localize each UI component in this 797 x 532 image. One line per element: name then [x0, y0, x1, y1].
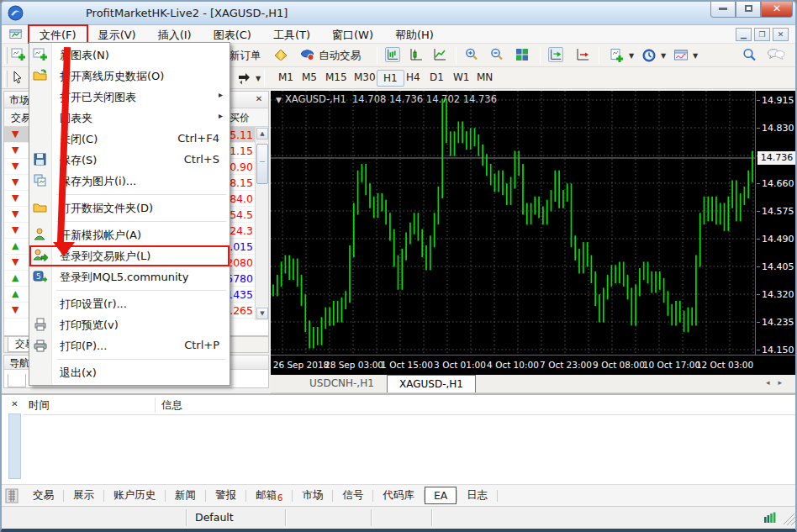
app-window: ProfitMarketHK-Live2 - [XAGUSD-,H1] ✕ 文件…	[0, 0, 797, 532]
column-time[interactable]: 时间	[29, 398, 50, 413]
column-message[interactable]: 信息	[161, 398, 182, 413]
arrow-down-icon: ▼	[12, 208, 18, 219]
periods-dropdown[interactable]: ▼	[639, 46, 668, 65]
title-bar[interactable]: ProfitMarketHK-Live2 - [XAGUSD-,H1] ✕	[2, 2, 795, 25]
panel-grip-icon[interactable]	[5, 487, 18, 504]
new-chart-toolbar-icon[interactable]	[11, 47, 26, 62]
mdi-restore-button[interactable]: ❐	[754, 28, 770, 41]
chart-tab-usdcnhh1[interactable]: USDCNH-,H1	[298, 375, 386, 392]
terminal-tab-8[interactable]: 代码库	[373, 486, 424, 505]
menu-item-7[interactable]: 帮助(H)	[384, 25, 445, 44]
menu-item-5[interactable]: 工具(T)	[262, 25, 321, 44]
chart-window-icon[interactable]	[8, 28, 24, 41]
bar-chart-mode-icon[interactable]	[385, 47, 400, 62]
file-menu-item-15[interactable]: 退出(x)	[29, 362, 230, 383]
periods-clock-icon	[641, 48, 657, 63]
chart-shift-icon[interactable]	[575, 47, 590, 62]
price-axis[interactable]: 14.91514.83014.74514.66014.57514.49014.4…	[755, 91, 797, 355]
navigator-tab[interactable]	[8, 374, 26, 387]
indicators-dropdown[interactable]: ▼	[607, 46, 636, 65]
timeframe-mn[interactable]: MN	[471, 70, 499, 87]
minimize-button[interactable]	[710, 2, 736, 18]
file-menu-item-label: 保存为图片(i)...	[60, 174, 136, 189]
candlestick-mode-icon[interactable]	[409, 47, 424, 62]
menu-item-4[interactable]: 图表(C)	[203, 25, 262, 44]
file-menu-item-12[interactable]: 打印设置(r)...	[29, 293, 230, 314]
chat-icon[interactable]	[767, 47, 785, 62]
arrow-down-icon: ▼	[12, 192, 18, 203]
file-menu-item-2[interactable]: 打开离线历史数据(O)	[29, 66, 230, 87]
chart-tab-xagusdh1[interactable]: XAGUSD-,H1	[387, 375, 476, 392]
arrow-down-icon: ▼	[12, 176, 18, 187]
toolbar-grip[interactable]	[4, 47, 8, 64]
file-menu-item-4[interactable]: 图表夹▸	[29, 108, 230, 129]
scrollbar-thumb[interactable]	[256, 144, 268, 184]
resize-grip[interactable]	[784, 514, 795, 525]
terminal-tab-5[interactable]: 邮箱6	[246, 486, 292, 506]
search-icon[interactable]	[742, 47, 757, 62]
toolbar-grip[interactable]	[4, 71, 8, 87]
market-watch-close-icon[interactable]: ✕	[253, 93, 265, 105]
file-menu-item-1[interactable]: 新图表(N)	[29, 45, 230, 66]
file-menu-item-13[interactable]: 打印预览(v)	[29, 314, 230, 335]
chart-autoscroll-icon[interactable]	[548, 47, 563, 62]
restore-button[interactable]	[736, 2, 761, 18]
mail-badge: 6	[277, 493, 282, 503]
autotrading-button[interactable]: 自动交易	[298, 46, 363, 65]
tile-windows-icon[interactable]	[515, 47, 530, 62]
scroll-up-icon[interactable]: ▲	[256, 128, 268, 140]
chart-area[interactable]: ▼XAGUSD-,H1 14.708 14.736 14.702 14.736 …	[271, 91, 797, 375]
timeframe-d1[interactable]: D1	[424, 70, 450, 87]
terminal-tab-10[interactable]: 日志	[457, 486, 497, 505]
close-button[interactable]: ✕	[761, 2, 793, 18]
time-axis[interactable]: 26 Sep 201828 Sep 03:001 Oct 15:003 Oct …	[271, 355, 797, 375]
terminal-tab-2[interactable]: 账户历史	[104, 486, 165, 505]
file-menu-item-label: 打开数据文件夹(D)	[60, 201, 153, 216]
file-menu-item-14[interactable]: 打印(P)...Ctrl+P	[29, 335, 230, 356]
file-menu-item-3[interactable]: 打开已关闭图表▸	[29, 87, 230, 108]
terminal-panel: ✕ 时间 信息	[2, 393, 797, 484]
menu-item-2[interactable]: 显示(V)	[87, 25, 147, 44]
chart-tab-strip: ◂▸ USDCNH-,H1XAGUSD-,H1	[271, 375, 797, 393]
terminal-close-icon[interactable]: ✕	[8, 398, 21, 410]
cursor-tool-icon[interactable]	[10, 70, 25, 85]
terminal-tab-6[interactable]: 市场	[293, 486, 332, 505]
terminal-tab-4[interactable]: 警报	[206, 486, 245, 505]
market-watch-scrollbar[interactable]: ▲ ▼	[255, 127, 268, 320]
zoom-in-icon[interactable]	[464, 47, 479, 62]
submenu-arrow-icon: ▸	[219, 111, 223, 120]
scroll-down-icon[interactable]: ▼	[256, 308, 268, 319]
zoom-out-icon[interactable]	[489, 47, 504, 62]
line-chart-mode-icon[interactable]	[432, 47, 447, 62]
file-menu-item-11[interactable]: 5登录到MQL5.community	[29, 266, 230, 287]
chart-tab-scroll-icons[interactable]: ◂▸	[766, 378, 790, 387]
new-order-label: 新订单	[230, 49, 261, 63]
terminal-tab-7[interactable]: 信号	[333, 486, 372, 505]
terminal-tab-3[interactable]: 新闻	[166, 486, 205, 505]
mdi-minimize-button[interactable]: ▁	[736, 28, 752, 41]
new-chart-icon	[33, 47, 48, 62]
terminal-tab-0[interactable]: 交易	[24, 486, 63, 505]
file-menu-item-5[interactable]: 关闭(C)Ctrl+F4	[29, 129, 230, 150]
terminal-tab-ea[interactable]: EA	[425, 487, 457, 504]
file-menu-item-label: 打印预览(v)	[60, 318, 119, 333]
column-bid[interactable]: 买价	[230, 111, 250, 125]
templates-dropdown[interactable]: ▼	[671, 46, 700, 65]
terminal-tab-1[interactable]: 展示	[64, 486, 103, 505]
menu-item-6[interactable]: 窗口(W)	[321, 25, 384, 44]
mdi-close-button[interactable]: ✕	[773, 28, 789, 41]
timeframe-h4[interactable]: H4	[400, 70, 426, 87]
chart-canvas[interactable]	[271, 91, 755, 355]
app-logo-icon	[8, 5, 24, 21]
menu-item-3[interactable]: 插入(I)	[147, 25, 203, 44]
status-profile[interactable]: Default	[187, 509, 286, 526]
terminal-side-strip[interactable]	[8, 413, 21, 479]
symbol-arrows-dropdown[interactable]: ▼	[234, 69, 263, 87]
price-tick: 14.915	[762, 95, 797, 106]
data-folder-icon	[33, 200, 48, 215]
gold-nugget-icon[interactable]	[272, 47, 289, 64]
price-tick: 14.235	[762, 317, 797, 328]
menu-item-1[interactable]: 文件(F)	[29, 25, 87, 44]
arrow-down-icon: ▼	[12, 304, 18, 315]
open-offline-icon	[33, 68, 48, 83]
